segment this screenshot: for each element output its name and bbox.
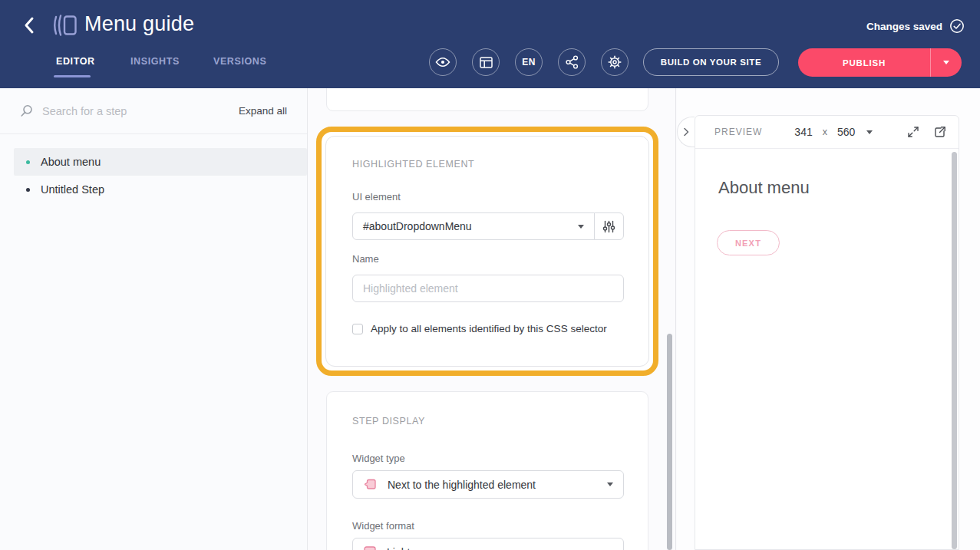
viewport-width: 341	[794, 126, 812, 138]
widget-format-icon	[363, 545, 377, 550]
layout-button[interactable]	[472, 48, 500, 76]
apply-to-all-row: Apply to all elements identified by this…	[352, 323, 607, 334]
tab-editor[interactable]: EDITOR	[56, 56, 95, 67]
highlighted-element-ring: HIGHLIGHTED ELEMENT UI element #aboutDro…	[316, 127, 658, 376]
back-icon[interactable]	[20, 15, 40, 35]
step-item-label: Untitled Step	[41, 183, 104, 196]
preview-panel: PREVIEW 341 x 560	[677, 88, 980, 550]
check-circle-icon	[949, 18, 965, 34]
highlighted-element-card: HIGHLIGHTED ELEMENT UI element #aboutDro…	[325, 136, 649, 367]
step-item-untitled-step[interactable]: Untitled Step	[14, 176, 307, 203]
tab-insights[interactable]: INSIGHTS	[130, 56, 180, 67]
preview-scrollbar[interactable]	[952, 152, 957, 549]
ui-element-select[interactable]: #aboutDropdownMenu	[352, 212, 595, 240]
page-title: Menu guide	[84, 12, 194, 36]
publish-button-label[interactable]: PUBLISH	[798, 48, 931, 77]
selector-settings-button[interactable]	[594, 212, 624, 240]
viewport-size-select[interactable]: 341 x 560	[794, 126, 873, 138]
preview-header: PREVIEW 341 x 560	[695, 116, 959, 149]
ui-element-label: UI element	[352, 191, 401, 203]
widget-format-label: Widget format	[352, 520, 414, 532]
next-button[interactable]: NEXT	[717, 230, 780, 255]
widget-format-select[interactable]: Light	[352, 538, 624, 550]
step-status-dot	[26, 188, 30, 192]
chevron-down-icon	[578, 225, 584, 229]
preview-step-title: About menu	[718, 178, 959, 198]
search-icon	[20, 104, 33, 117]
collapse-preview-button[interactable]	[677, 117, 695, 147]
step-display-card: STEP DISPLAY Widget type Next to the hig…	[326, 391, 648, 550]
open-in-new-tab-button[interactable]	[933, 126, 946, 139]
preview-eye-button[interactable]	[429, 48, 457, 76]
preview-card: PREVIEW 341 x 560	[695, 115, 959, 550]
layout-icon	[480, 57, 493, 68]
chevron-right-icon	[683, 127, 689, 137]
app-window: Menu guide EDITOR INSIGHTS VERSIONS EN	[0, 0, 980, 550]
steps-sidebar: Expand all About menu Untitled Step	[0, 88, 308, 550]
preview-title: PREVIEW	[714, 127, 762, 137]
widget-type-label: Widget type	[352, 453, 405, 464]
step-item-label: About menu	[41, 156, 101, 168]
build-on-your-site-button[interactable]: BUILD ON YOUR SITE	[643, 48, 779, 76]
save-status-text: Changes saved	[866, 21, 942, 32]
share-icon	[566, 55, 579, 69]
share-button[interactable]	[558, 48, 586, 76]
previous-settings-card	[326, 88, 648, 111]
save-status: Changes saved	[866, 18, 965, 34]
preview-body: About menu NEXT	[695, 149, 959, 255]
active-tab-underline	[54, 75, 91, 77]
chevron-down-icon	[607, 482, 613, 486]
highlighted-element-name-input[interactable]	[352, 275, 624, 302]
name-label: Name	[352, 253, 379, 265]
expand-icon	[907, 126, 919, 138]
language-label: EN	[522, 57, 535, 68]
step-item-about-menu[interactable]: About menu	[14, 148, 307, 176]
ui-element-value: #aboutDropdownMenu	[363, 220, 472, 232]
top-header: Menu guide EDITOR INSIGHTS VERSIONS EN	[0, 0, 980, 88]
publish-dropdown-toggle[interactable]	[931, 48, 962, 77]
widget-type-value: Next to the highlighted element	[388, 479, 536, 491]
tab-versions[interactable]: VERSIONS	[213, 56, 266, 67]
step-search-row: Expand all	[0, 88, 307, 134]
publish-button[interactable]: PUBLISH	[798, 48, 962, 77]
language-button[interactable]: EN	[515, 48, 543, 76]
apply-to-all-label: Apply to all elements identified by this…	[371, 323, 607, 334]
editor-scrollbar[interactable]	[667, 334, 672, 550]
search-input[interactable]	[42, 105, 239, 117]
sliders-icon	[602, 220, 615, 233]
chevron-down-icon	[866, 130, 873, 134]
step-status-dot	[26, 160, 30, 164]
guide-type-icon	[51, 13, 78, 41]
chevron-down-icon	[943, 61, 949, 64]
section-title: STEP DISPLAY	[352, 416, 425, 426]
expand-all-link[interactable]: Expand all	[239, 105, 287, 117]
settings-button[interactable]	[601, 48, 629, 76]
gear-icon	[608, 55, 622, 69]
step-settings-panel: HIGHLIGHTED ELEMENT UI element #aboutDro…	[308, 88, 676, 550]
external-link-icon	[933, 126, 946, 139]
viewport-separator: x	[823, 127, 827, 137]
section-title: HIGHLIGHTED ELEMENT	[352, 159, 474, 170]
eye-icon	[435, 57, 450, 68]
step-list: About menu Untitled Step	[0, 134, 307, 203]
widget-type-icon	[363, 477, 378, 492]
expand-preview-button[interactable]	[907, 126, 919, 138]
widget-format-value: Light	[387, 546, 410, 550]
widget-type-select[interactable]: Next to the highlighted element	[352, 470, 624, 499]
viewport-height: 560	[837, 126, 855, 138]
apply-to-all-checkbox[interactable]	[352, 324, 363, 334]
